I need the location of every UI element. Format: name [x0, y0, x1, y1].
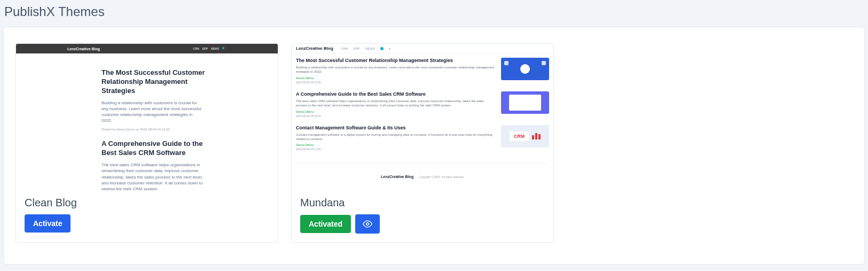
- theme-card-body: Clean Blog Activate: [16, 190, 278, 241]
- article-meta: Posted by Demo Demo on 2023-08-06 04:12:…: [101, 128, 214, 131]
- preview-article: The Most Successful Customer Relationshi…: [296, 58, 549, 87]
- preview-body: The Most Successful Customer Relationshi…: [292, 53, 553, 190]
- article-thumbnail: [501, 58, 549, 80]
- chart-icon: [532, 133, 541, 140]
- crm-badge: CRM: [510, 131, 529, 141]
- article-title: A Comprehensive Guide to the Best Sales …: [296, 91, 496, 97]
- theme-card-clean-blog: LenzCreative Blog CRM ERP NEWS The Most …: [15, 43, 278, 243]
- nav-item: ERP: [202, 47, 208, 50]
- theme-name: Clean Blog: [25, 197, 269, 209]
- svg-point-0: [366, 223, 369, 226]
- nav-item: ERP: [353, 47, 359, 50]
- nav-item: CRM: [341, 47, 348, 50]
- article-date: 2023-08-06 04:14:00: [296, 114, 496, 118]
- article-excerpt: Building a relationship with customers i…: [101, 100, 203, 124]
- preview-article: Contact Management Software Guide & Its …: [296, 125, 549, 154]
- preview-header: LenzCreative Blog CRM ERP NEWS ▾: [292, 44, 553, 53]
- article-thumbnail: CRM: [501, 125, 549, 148]
- theme-card-mundana: LenzCreative Blog CRM ERP NEWS ▾ The Mos…: [291, 43, 554, 243]
- preview-nav: CRM ERP NEWS: [193, 47, 224, 50]
- article-date: 2023-08-06 04:12:00: [296, 81, 496, 84]
- article-excerpt: The best sales CRM software helps organi…: [296, 99, 496, 108]
- article-title: Contact Management Software Guide & Its …: [296, 125, 496, 130]
- nav-item: NEWS: [211, 47, 219, 50]
- preview-article: A Comprehensive Guide to the Best Sales …: [101, 140, 214, 190]
- preview-article: A Comprehensive Guide to the Best Sales …: [296, 91, 549, 121]
- preview-brand: LenzCreative Blog: [296, 46, 333, 51]
- preview-brand: LenzCreative Blog: [67, 47, 100, 51]
- footer-brand: LenzCreative Blog: [381, 175, 413, 179]
- preview-article: The Most Successful Customer Relationshi…: [101, 68, 214, 131]
- footer-copyright: Copyright © 2023 . All rights reserved.: [419, 175, 464, 179]
- article-author: Demo Demo: [296, 76, 496, 80]
- article-excerpt: The best sales CRM software helps organi…: [101, 162, 203, 190]
- article-excerpt: Building a relationship with customers i…: [296, 65, 496, 74]
- nav-item: CRM: [193, 47, 199, 50]
- article-excerpt: Contact management software is a digital…: [296, 133, 496, 142]
- dot-icon: [222, 47, 224, 49]
- article-thumbnail: [501, 91, 549, 114]
- article-title: The Most Successful Customer Relationshi…: [101, 68, 214, 96]
- theme-preview-clean-blog: LenzCreative Blog CRM ERP NEWS The Most …: [16, 44, 278, 190]
- article-author: Demo Demo: [296, 143, 496, 146]
- eye-icon: [363, 219, 372, 229]
- preview-button[interactable]: [355, 214, 380, 234]
- nav-item: NEWS: [365, 47, 375, 50]
- preview-body: The Most Successful Customer Relationshi…: [16, 53, 278, 190]
- themes-panel: LenzCreative Blog CRM ERP NEWS The Most …: [3, 27, 865, 265]
- preview-footer: LenzCreative Blog Copyright © 2023 . All…: [296, 164, 549, 187]
- page-title: PublishX Themes: [4, 4, 865, 19]
- preview-nav: CRM ERP NEWS ▾: [341, 47, 390, 50]
- article-title: The Most Successful Customer Relationshi…: [296, 58, 496, 63]
- activated-button[interactable]: Activated: [300, 215, 351, 233]
- theme-name: Mundana: [300, 197, 545, 209]
- theme-card-body: Mundana Activated: [292, 190, 553, 242]
- article-author: Demo Demo: [296, 110, 496, 113]
- activate-button[interactable]: Activate: [25, 214, 71, 233]
- preview-header: LenzCreative Blog CRM ERP NEWS: [16, 44, 278, 53]
- theme-preview-mundana: LenzCreative Blog CRM ERP NEWS ▾ The Mos…: [292, 44, 553, 190]
- dot-icon: [380, 47, 384, 50]
- article-date: 2023-08-06 04:17:00: [296, 148, 496, 151]
- article-title: A Comprehensive Guide to the Best Sales …: [101, 140, 214, 158]
- chevron-down-icon: ▾: [389, 47, 390, 50]
